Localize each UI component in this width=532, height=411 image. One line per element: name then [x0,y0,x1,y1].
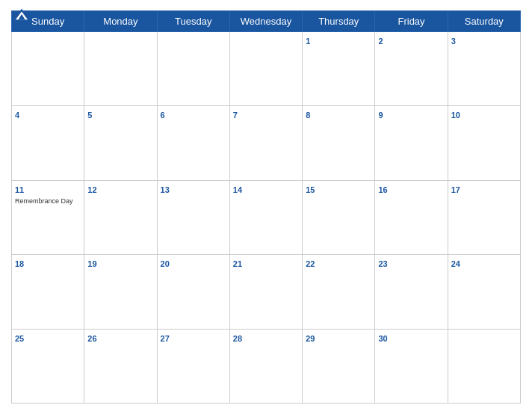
calendar-cell: 7 [229,106,302,180]
day-number: 21 [233,259,242,268]
day-number: 24 [451,259,460,268]
dow-header-thursday: Thursday [303,11,375,32]
dow-header-wednesday: Wednesday [229,11,302,32]
calendar-cell: 12 [84,180,157,254]
week-row-1: 45678910 [12,106,521,180]
calendar-cell: 17 [448,180,520,254]
logo-icon [11,7,32,21]
calendar-cell: 2 [375,32,448,106]
calendar-cell [84,32,157,106]
dow-header-monday: Monday [84,11,157,32]
week-row-2: 11Remembrance Day121314151617 [12,180,521,254]
calendar-cell [448,329,520,403]
calendar-cell: 14 [229,180,302,254]
calendar-cell: 27 [157,329,229,403]
calendar-cell: 5 [84,106,157,180]
day-number: 19 [87,259,96,268]
day-number: 18 [15,259,24,268]
calendar-cell: 28 [229,329,302,403]
day-number: 30 [378,334,387,343]
day-number: 29 [306,334,315,343]
calendar-cell [229,32,302,106]
day-number: 6 [161,111,165,120]
calendar-table: SundayMondayTuesdayWednesdayThursdayFrid… [11,10,521,404]
day-number: 10 [451,111,460,120]
day-number: 17 [451,185,460,194]
day-number: 3 [451,37,456,46]
day-number: 25 [15,334,24,343]
day-number: 9 [378,111,383,120]
calendar-cell: 18 [12,255,84,329]
calendar-cell: 11Remembrance Day [12,180,84,254]
calendar-cell [157,32,229,106]
calendar-cell: 16 [375,180,448,254]
calendar-cell: 19 [84,255,157,329]
day-number: 27 [161,334,170,343]
calendar-cell: 22 [303,255,375,329]
calendar-cell: 9 [375,106,448,180]
day-number: 20 [161,259,170,268]
calendar-cell: 29 [303,329,375,403]
day-number: 26 [87,334,96,343]
dow-header-tuesday: Tuesday [157,11,229,32]
calendar-cell: 6 [157,106,229,180]
week-row-4: 252627282930 [12,329,521,403]
day-number: 28 [233,334,242,343]
day-number: 8 [306,111,310,120]
calendar-cell: 26 [84,329,157,403]
week-row-3: 18192021222324 [12,255,521,329]
day-number: 22 [306,259,315,268]
calendar-cell: 30 [375,329,448,403]
calendar-cell: 20 [157,255,229,329]
day-number: 1 [306,37,310,46]
day-number: 13 [161,185,170,194]
calendar-cell: 1 [303,32,375,106]
day-number: 15 [306,185,315,194]
day-number: 14 [233,185,242,194]
calendar-cell: 13 [157,180,229,254]
day-number: 11 [15,185,24,194]
logo [11,7,34,21]
calendar-header-row: SundayMondayTuesdayWednesdayThursdayFrid… [12,11,521,32]
day-number: 4 [15,111,19,120]
day-number: 2 [378,37,383,46]
dow-header-saturday: Saturday [448,11,520,32]
day-number: 5 [87,111,92,120]
calendar-cell: 15 [303,180,375,254]
calendar-cell: 24 [448,255,520,329]
calendar-cell: 3 [448,32,520,106]
calendar-cell [12,32,84,106]
week-row-0: 123 [12,32,521,106]
calendar-cell: 21 [229,255,302,329]
calendar-cell: 23 [375,255,448,329]
day-number: 16 [378,185,387,194]
day-number: 23 [378,259,387,268]
calendar-cell: 25 [12,329,84,403]
holiday-label: Remembrance Day [15,197,81,206]
day-number: 7 [233,111,238,120]
calendar-cell: 4 [12,106,84,180]
dow-header-friday: Friday [375,11,448,32]
day-number: 12 [87,185,96,194]
calendar-cell: 8 [303,106,375,180]
calendar-cell: 10 [448,106,520,180]
